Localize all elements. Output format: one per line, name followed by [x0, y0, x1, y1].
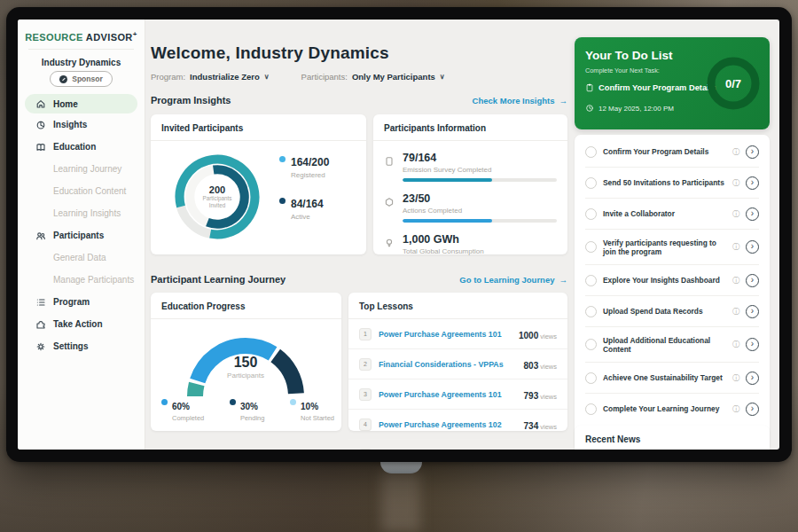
lesson-link[interactable]: Power Purchase Agreements 102 [379, 420, 517, 429]
legend-label: Registered [291, 171, 329, 179]
gauge-center-label: 150 Participants [179, 355, 312, 379]
program-value: Industrialize Zero [190, 72, 260, 82]
lesson-row: 3 Power Purchase Agreements 101 793views [348, 379, 567, 410]
task-label[interactable]: Explore Your Insights Dashboard [603, 276, 726, 285]
sidebar-item-home[interactable]: Home [25, 94, 137, 113]
legend-label: Not Started [301, 414, 334, 422]
program-dropdown[interactable]: Program: Industrialize Zero ∨ [151, 72, 270, 82]
task-checkbox[interactable] [585, 146, 597, 158]
puzzle-icon [35, 319, 46, 330]
info-icon[interactable]: ⓘ [732, 404, 739, 414]
task-checkbox[interactable] [585, 208, 597, 220]
clock-icon [585, 100, 594, 116]
lesson-link[interactable]: Power Purchase Agreements 101 [379, 390, 517, 399]
lesson-link[interactable]: Financial Considerations - VPPAs [379, 360, 517, 369]
info-icon[interactable]: ⓘ [732, 276, 739, 286]
sidebar-item-label: Participants [53, 231, 104, 240]
task-open-button[interactable]: › [746, 338, 759, 351]
program-label: Program: [151, 72, 185, 82]
gauge-center-caption: Participants [179, 372, 312, 379]
task-open-button[interactable]: › [746, 176, 759, 190]
task-open-button[interactable]: › [746, 145, 759, 159]
todo-next-task: Confirm Your Program Details [598, 83, 716, 92]
task-label[interactable]: Confirm Your Program Details [603, 147, 726, 156]
sidebar-item-settings[interactable]: Settings [18, 335, 145, 357]
task-label[interactable]: Upload Spend Data Records [603, 307, 726, 316]
task-open-button[interactable]: › [746, 274, 759, 287]
todo-due-date: 12 May 2025, 12:00 PM [598, 105, 674, 113]
check-more-insights-link[interactable]: Check More Insights → [473, 96, 567, 106]
sidebar-item-label: Home [53, 99, 78, 109]
lesson-row: 1 Power Purchase Agreements 101 1000view… [348, 319, 567, 349]
task-label[interactable]: Complete Your Learning Journey [603, 404, 726, 413]
info-icon[interactable]: ⓘ [732, 178, 739, 188]
top-lessons-card: Top Lessons 1 Power Purchase Agreements … [348, 293, 567, 431]
task-row: Confirm Your Program Details ⓘ › [585, 137, 759, 168]
task-open-button[interactable]: › [746, 305, 759, 318]
task-label[interactable]: Achieve One Sustainability Target [603, 373, 726, 382]
arrow-right-icon: → [559, 275, 568, 285]
participants-label: Participants: [301, 72, 348, 82]
sidebar-item-general-data[interactable]: General Data [18, 246, 145, 269]
task-label[interactable]: Send 50 Invitations to Participants [603, 178, 726, 187]
sidebar: RESOURCE ADVISOR+ Industry Dynamics Spon… [18, 20, 145, 450]
sidebar-item-label: Education [53, 142, 96, 152]
org-name: Industry Dynamics [18, 58, 145, 67]
card-title: Top Lessons [348, 293, 567, 319]
sidebar-item-education[interactable]: Education [18, 136, 145, 158]
stat-label: Emission Survey Completed [403, 166, 491, 174]
info-icon[interactable]: ⓘ [732, 242, 739, 252]
task-checkbox[interactable] [585, 241, 597, 253]
sidebar-item-manage-participants[interactable]: Manage Participants [18, 269, 145, 291]
education-gauge-chart: 150 Participants [179, 325, 312, 403]
task-row: Complete Your Learning Journey ⓘ › [585, 394, 759, 424]
task-row: Verify participants requesting to join t… [585, 230, 759, 265]
info-icon[interactable]: ⓘ [732, 147, 739, 157]
task-checkbox[interactable] [585, 275, 597, 286]
info-icon[interactable]: ⓘ [732, 209, 739, 219]
sidebar-item-learning-insights[interactable]: Learning Insights [18, 202, 145, 224]
sidebar-item-take-action[interactable]: Take Action [18, 313, 145, 335]
people-icon [35, 231, 46, 241]
info-icon[interactable]: ⓘ [732, 373, 739, 383]
card-title: Participants Information [373, 114, 567, 141]
task-checkbox[interactable] [585, 306, 597, 317]
task-checkbox[interactable] [585, 339, 597, 350]
task-checkbox[interactable] [585, 372, 597, 384]
task-row: Invite a Collaborator ⓘ › [585, 199, 759, 230]
legend-dot [230, 399, 236, 405]
task-checkbox[interactable] [585, 403, 597, 415]
task-label[interactable]: Invite a Collaborator [603, 209, 726, 218]
task-open-button[interactable]: › [746, 372, 759, 385]
sidebar-item-participants[interactable]: Participants [18, 224, 145, 246]
lesson-rank: 5 [359, 449, 372, 450]
task-label[interactable]: Upload Additional Educational Content [603, 336, 726, 354]
lesson-rank: 3 [359, 388, 372, 401]
news-title: Recent News [575, 426, 770, 450]
info-icon[interactable]: ⓘ [732, 307, 739, 317]
legend-item-pending: 30% Pending [230, 397, 265, 422]
legend-dot [161, 399, 168, 405]
participants-dropdown[interactable]: Participants: Only My Participants ∨ [301, 72, 445, 82]
sidebar-item-insights[interactable]: Insights [18, 113, 145, 136]
legend-value: 60% [172, 402, 190, 411]
invited-donut-chart: 200 Participants Invited [170, 150, 264, 244]
sidebar-item-learning-journey[interactable]: Learning Journey [18, 158, 145, 180]
sponsor-badge[interactable]: Sponsor [50, 71, 112, 87]
lesson-views: 803 [524, 361, 539, 371]
task-label[interactable]: Verify participants requesting to join t… [603, 239, 726, 256]
sidebar-item-education-content[interactable]: Education Content [18, 180, 145, 202]
stat-value: 23/50 [403, 192, 430, 205]
info-icon[interactable]: ⓘ [732, 340, 739, 349]
sidebar-item-program[interactable]: Program [18, 291, 145, 313]
task-row: Explore Your Insights Dashboard ⓘ › [585, 265, 759, 296]
task-open-button[interactable]: › [746, 207, 759, 221]
list-icon [35, 297, 46, 308]
book-icon [35, 142, 46, 153]
invited-participants-card: Invited Participants 200 Participants In… [151, 114, 366, 254]
task-open-button[interactable]: › [746, 240, 759, 254]
go-to-learning-journey-link[interactable]: Go to Learning Journey → [459, 275, 567, 285]
task-open-button[interactable]: › [746, 403, 759, 416]
lesson-link[interactable]: Power Purchase Agreements 101 [379, 330, 512, 339]
task-checkbox[interactable] [585, 177, 597, 189]
